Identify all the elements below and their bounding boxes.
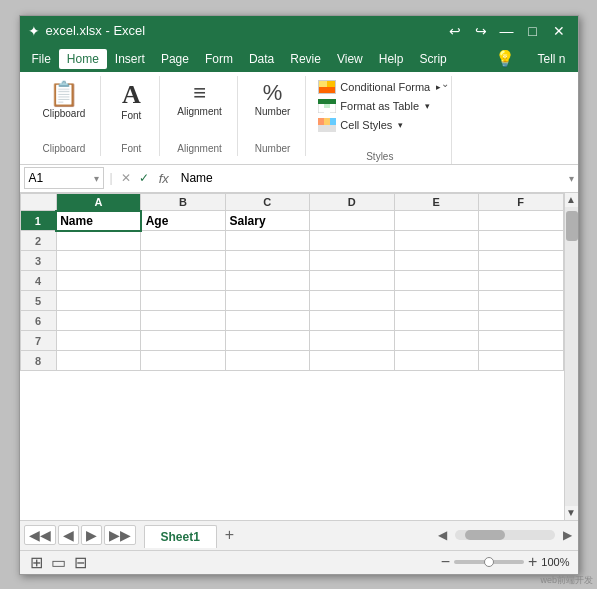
formula-input[interactable] [177, 171, 565, 185]
cell-E8[interactable] [394, 351, 478, 371]
cell-F4[interactable] [478, 271, 563, 291]
cell-B2[interactable] [141, 231, 225, 251]
col-header-E[interactable]: E [394, 193, 478, 211]
sheet-nav-last[interactable]: ▶▶ [104, 525, 136, 545]
cell-E1[interactable] [394, 211, 478, 231]
h-scroll-thumb[interactable] [465, 530, 505, 540]
cell-F6[interactable] [478, 311, 563, 331]
page-break-btn[interactable]: ⊟ [72, 551, 89, 574]
cell-A1[interactable]: Name [56, 211, 140, 231]
cell-B7[interactable] [141, 331, 225, 351]
cell-D1[interactable] [310, 211, 394, 231]
sheet-scroll-left[interactable]: ◀ [436, 526, 449, 544]
menu-script[interactable]: Scrip [411, 49, 454, 69]
tell-me[interactable]: Tell n [529, 49, 573, 69]
cell-D5[interactable] [310, 291, 394, 311]
col-header-D[interactable]: D [310, 193, 394, 211]
cell-A4[interactable] [56, 271, 140, 291]
cell-E3[interactable] [394, 251, 478, 271]
menu-help[interactable]: Help [371, 49, 412, 69]
cell-B4[interactable] [141, 271, 225, 291]
cell-C4[interactable] [225, 271, 309, 291]
number-btn[interactable]: % Number [248, 78, 298, 121]
col-header-F[interactable]: F [478, 193, 563, 211]
quick-access-undo[interactable]: ↩ [444, 22, 466, 40]
col-header-B[interactable]: B [141, 193, 225, 211]
font-btn[interactable]: A Font [111, 78, 151, 125]
cell-E4[interactable] [394, 271, 478, 291]
menu-home[interactable]: Home [59, 49, 107, 69]
menu-data[interactable]: Data [241, 49, 282, 69]
col-header-C[interactable]: C [225, 193, 309, 211]
cell-A8[interactable] [56, 351, 140, 371]
cell-C7[interactable] [225, 331, 309, 351]
maximize-btn[interactable]: □ [522, 22, 544, 40]
formula-arrow[interactable]: ▾ [569, 173, 574, 184]
col-header-A[interactable]: A [56, 193, 140, 211]
conditional-format-btn[interactable]: Conditional Forma ▸ [314, 78, 445, 96]
h-scrollbar[interactable] [455, 530, 555, 540]
cell-C6[interactable] [225, 311, 309, 331]
sheet-nav-prev[interactable]: ◀ [58, 525, 79, 545]
cell-C1[interactable]: Salary [225, 211, 309, 231]
v-scroll-thumb[interactable] [566, 211, 578, 241]
v-scrollbar[interactable]: ▲ ▼ [564, 193, 578, 520]
cell-D6[interactable] [310, 311, 394, 331]
menu-file[interactable]: File [24, 49, 59, 69]
confirm-icon[interactable]: ✓ [137, 169, 151, 187]
cell-A5[interactable] [56, 291, 140, 311]
alignment-btn[interactable]: ≡ Alignment [170, 78, 228, 121]
cell-F3[interactable] [478, 251, 563, 271]
cell-C8[interactable] [225, 351, 309, 371]
menu-insert[interactable]: Insert [107, 49, 153, 69]
normal-view-btn[interactable]: ⊞ [28, 551, 45, 574]
cell-F8[interactable] [478, 351, 563, 371]
page-layout-btn[interactable]: ▭ [49, 551, 68, 574]
zoom-thumb[interactable] [484, 557, 494, 567]
sheet-nav-next[interactable]: ▶ [81, 525, 102, 545]
cell-F2[interactable] [478, 231, 563, 251]
cell-C3[interactable] [225, 251, 309, 271]
clipboard-btn[interactable]: 📋 Clipboard [36, 78, 93, 123]
styles-expand-icon[interactable]: ⌄ [441, 78, 449, 89]
cell-B1[interactable]: Age [141, 211, 225, 231]
cell-E6[interactable] [394, 311, 478, 331]
zoom-slider[interactable] [454, 560, 524, 564]
close-btn[interactable]: ✕ [548, 22, 570, 40]
cell-D7[interactable] [310, 331, 394, 351]
menu-form[interactable]: Form [197, 49, 241, 69]
add-sheet-btn[interactable]: + [217, 522, 242, 548]
cell-B8[interactable] [141, 351, 225, 371]
cell-D3[interactable] [310, 251, 394, 271]
name-box[interactable]: A1 ▾ [24, 167, 104, 189]
zoom-minus-btn[interactable]: − [441, 553, 450, 571]
v-scroll-down[interactable]: ▼ [565, 506, 578, 520]
cell-A7[interactable] [56, 331, 140, 351]
cell-E7[interactable] [394, 331, 478, 351]
sheet-scroll-area[interactable]: A B C D E F 1NameAgeSalary2345678 [20, 193, 564, 520]
cell-B5[interactable] [141, 291, 225, 311]
cell-E2[interactable] [394, 231, 478, 251]
cell-B3[interactable] [141, 251, 225, 271]
cell-B6[interactable] [141, 311, 225, 331]
cell-D2[interactable] [310, 231, 394, 251]
cell-F1[interactable] [478, 211, 563, 231]
sheet-nav-first[interactable]: ◀◀ [24, 525, 56, 545]
cell-D8[interactable] [310, 351, 394, 371]
cell-styles-btn[interactable]: Cell Styles ▾ [314, 116, 445, 134]
menu-page[interactable]: Page [153, 49, 197, 69]
quick-access-redo[interactable]: ↪ [470, 22, 492, 40]
name-box-arrow[interactable]: ▾ [94, 173, 99, 184]
cell-A6[interactable] [56, 311, 140, 331]
v-scroll-track[interactable] [565, 207, 578, 506]
cancel-icon[interactable]: ✕ [119, 169, 133, 187]
cell-C5[interactable] [225, 291, 309, 311]
cell-F5[interactable] [478, 291, 563, 311]
cell-F7[interactable] [478, 331, 563, 351]
cell-D4[interactable] [310, 271, 394, 291]
cell-A3[interactable] [56, 251, 140, 271]
zoom-plus-btn[interactable]: + [528, 553, 537, 571]
cell-C2[interactable] [225, 231, 309, 251]
cell-A2[interactable] [56, 231, 140, 251]
menu-view[interactable]: View [329, 49, 371, 69]
